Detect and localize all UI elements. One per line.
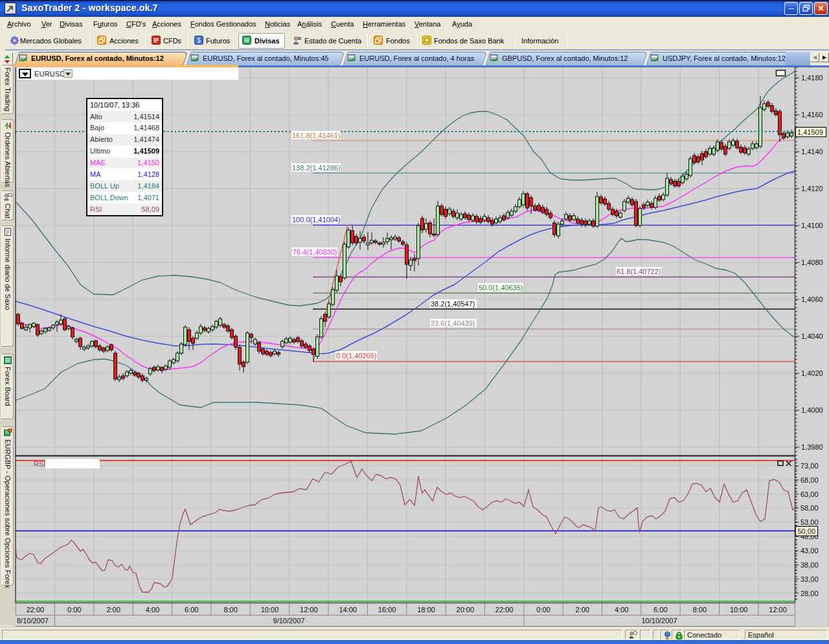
svg-text:6:00: 6:00 [185,606,198,614]
svg-text:1,4040: 1,4040 [801,332,823,340]
svg-text:16:00: 16:00 [378,606,396,614]
svg-text:1,4160: 1,4160 [801,111,823,119]
svg-text:RSI: RSI [34,460,45,468]
svg-text:0.0(1,40265): 0.0(1,40265) [336,352,376,360]
svg-text:50,00: 50,00 [798,527,816,535]
svg-text:8/10/2007: 8/10/2007 [17,617,49,625]
svg-text:50.0(1,40635): 50.0(1,40635) [479,284,523,292]
svg-text:1,3980: 1,3980 [801,443,823,451]
svg-text:33,00: 33,00 [801,575,819,583]
svg-text:2:00: 2:00 [576,606,589,614]
svg-text:63,00: 63,00 [801,490,819,498]
svg-text:1,4020: 1,4020 [801,369,823,377]
svg-text:23.6(1,40439): 23.6(1,40439) [431,319,475,327]
svg-text:43,00: 43,00 [801,547,819,555]
svg-text:28,00: 28,00 [801,590,819,597]
svg-text:8:00: 8:00 [223,606,237,614]
svg-text:10:00: 10:00 [730,606,748,614]
svg-text:20:00: 20:00 [457,606,475,614]
svg-text:$: $ [197,37,201,44]
svg-text:14:00: 14:00 [339,606,357,614]
svg-text:1,4120: 1,4120 [801,185,823,192]
svg-text:9/10/2007: 9/10/2007 [273,617,305,625]
svg-text:38.2(1,40547): 38.2(1,40547) [431,300,475,308]
svg-text:1,4180: 1,4180 [801,74,823,82]
svg-text:6:00: 6:00 [653,606,667,614]
svg-text:58,00: 58,00 [801,504,819,512]
svg-text:38,00: 38,00 [801,561,819,569]
svg-text:0:00: 0:00 [536,606,550,614]
svg-text:1,41509: 1,41509 [797,128,823,136]
svg-text:10/10/2007: 10/10/2007 [641,617,677,625]
svg-text:1,4000: 1,4000 [801,406,823,414]
svg-text:76.4(1,40830): 76.4(1,40830) [293,248,337,256]
svg-text:1,4080: 1,4080 [801,259,823,266]
svg-text:2:00: 2:00 [106,606,120,614]
svg-text:4:00: 4:00 [146,606,159,614]
svg-text:53,00: 53,00 [801,518,819,526]
svg-text:61.8(1,40722): 61.8(1,40722) [617,268,661,275]
svg-text:22:00: 22:00 [495,606,514,614]
svg-text:8:00: 8:00 [693,606,707,614]
svg-text:10:00: 10:00 [261,606,279,614]
svg-text:4:00: 4:00 [615,606,628,614]
svg-text:22:00: 22:00 [27,606,45,614]
svg-text:73,00: 73,00 [801,462,819,470]
svg-text:1,4140: 1,4140 [801,148,823,155]
svg-text:161.8(1,41461): 161.8(1,41461) [292,132,341,139]
svg-text:12:00: 12:00 [769,606,787,614]
svg-text:138.2(1,41286): 138.2(1,41286) [292,164,341,172]
svg-text:18:00: 18:00 [417,606,435,614]
svg-text:1,4060: 1,4060 [801,295,823,303]
svg-text:0:00: 0:00 [67,606,81,614]
svg-text:68,00: 68,00 [801,476,819,484]
svg-text:100.0(1,41004): 100.0(1,41004) [292,216,341,224]
svg-text:1,4100: 1,4100 [801,222,823,229]
svg-text:12:00: 12:00 [300,606,318,614]
